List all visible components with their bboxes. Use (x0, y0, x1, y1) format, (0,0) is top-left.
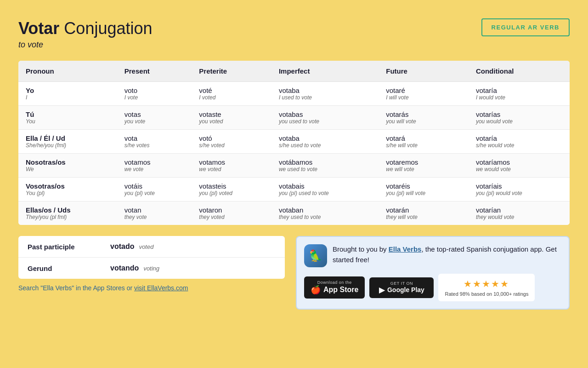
apple-icon: 🍎 (311, 285, 321, 295)
app-store-button[interactable]: Download on the 🍎 App Store (304, 276, 365, 299)
gerund-row: Gerund votando voting (18, 258, 285, 279)
pronoun-cell: Vosotras/osYou (pl) (18, 178, 117, 201)
col-header-future: Future (379, 61, 469, 82)
verb-cell: votabaisyou (pl) used to vote (271, 178, 379, 201)
verb-cell: votaremoswe will vote (379, 154, 469, 178)
col-header-pronoun: Pronoun (18, 61, 117, 82)
app-store-label-small: Download on the (317, 280, 352, 285)
verb-cell: votaríamoswe would vote (469, 154, 570, 178)
col-header-imperfect: Imperfect (271, 61, 379, 82)
rating-box: ★★★★★ Rated 98% based on 10,000+ ratings (438, 274, 535, 301)
star-rating: ★★★★★ (445, 278, 528, 289)
col-header-preterite: Preterite (192, 61, 271, 82)
verb-cell: votaríaI would vote (469, 82, 570, 106)
verb-cell: votabasyou used to vote (271, 106, 379, 130)
verb-cell: votaronthey voted (192, 201, 271, 225)
promo-icon: 🦜 (304, 244, 327, 267)
promo-section: 🦜 Brought to you by Ella Verbs, the top-… (296, 236, 570, 310)
search-text: Search "Ella Verbs" in the App Stores or… (18, 284, 285, 292)
verb-cell: votéI voted (192, 82, 271, 106)
verb-type-badge: REGULAR AR VERB (481, 18, 570, 36)
page-header: Votar Conjugation to vote REGULAR AR VER… (18, 18, 570, 50)
gerund-value: votando voting (101, 258, 285, 279)
pronoun-cell: Ellas/os / UdsThey/you (pl fml) (18, 201, 117, 225)
verb-cell: votabanthey used to vote (271, 201, 379, 225)
ella-verbs-link[interactable]: visit EllaVerbs.com (134, 284, 188, 292)
store-buttons: Download on the 🍎 App Store GET IT ON ▶ … (304, 274, 561, 301)
verb-cell: votaréisyou (pl) will vote (379, 178, 469, 201)
app-store-label-big: 🍎 App Store (311, 285, 358, 295)
bottom-section: Past participle votado voted Gerund vota… (18, 236, 570, 310)
verb-cell: votaríanthey would vote (469, 201, 570, 225)
table-row: Ellas/os / UdsThey/you (pl fml)votanthey… (18, 201, 570, 225)
table-row: YoIvotoI votevotéI votedvotabaI used to … (18, 82, 570, 106)
verb-cell: votábamoswe used to vote (271, 154, 379, 178)
gerund-label: Gerund (18, 258, 101, 279)
verb-cell: votarásyou will vote (379, 106, 469, 130)
rating-text: Rated 98% based on 10,000+ ratings (445, 291, 528, 297)
table-row: Vosotras/osYou (pl)votáisyou (pl) votevo… (18, 178, 570, 201)
verb-cell: votaréI will vote (379, 82, 469, 106)
pronoun-cell: TúYou (18, 106, 117, 130)
verb-cell: votaríasyou would vote (469, 106, 570, 130)
verb-cell: votabas/he used to vote (271, 130, 379, 154)
verb-cell: votamoswe voted (192, 154, 271, 178)
verb-cell: votoI vote (117, 82, 192, 106)
verb-cell: votamoswe vote (117, 154, 192, 178)
pronoun-cell: Ella / Él / UdShe/he/you (fml) (18, 130, 117, 154)
verb-cell: votarás/he will vote (379, 130, 469, 154)
verb-cell: votáisyou (pl) vote (117, 178, 192, 201)
pronoun-cell: Nosotras/osWe (18, 154, 117, 178)
verb-cell: votaránthey will vote (379, 201, 469, 225)
verb-cell: votasyou vote (117, 106, 192, 130)
verb-cell: votas/he votes (117, 130, 192, 154)
ella-verbs-promo-link[interactable]: Ella Verbs (389, 245, 422, 253)
page-subtitle: to vote (18, 40, 153, 50)
past-participle-row: Past participle votado voted (18, 236, 285, 258)
google-play-label-small: GET IT ON (390, 281, 413, 286)
promo-text: Brought to you by Ella Verbs, the top-ra… (333, 244, 561, 265)
verb-cell: votasteisyou (pl) voted (192, 178, 271, 201)
verb-cell: votaríaisyou (pl) would vote (469, 178, 570, 201)
page-title: Votar Conjugation (18, 18, 153, 38)
verb-cell: votabaI used to vote (271, 82, 379, 106)
google-play-button[interactable]: GET IT ON ▶ Google Play (369, 277, 434, 298)
google-play-label-big: ▶ Google Play (379, 286, 424, 294)
conjugation-table: Pronoun Present Preterite Imperfect Futu… (18, 61, 570, 225)
col-header-conditional: Conditional (469, 61, 570, 82)
pronoun-cell: YoI (18, 82, 117, 106)
participle-table: Past participle votado voted Gerund vota… (18, 236, 285, 279)
past-participle-value: votado voted (101, 236, 285, 258)
verb-cell: votós/he voted (192, 130, 271, 154)
table-row: Ella / Él / UdShe/he/you (fml)votas/he v… (18, 130, 570, 154)
table-row: TúYouvotasyou votevotasteyou votedvotaba… (18, 106, 570, 130)
col-header-present: Present (117, 61, 192, 82)
verb-cell: votarías/he would vote (469, 130, 570, 154)
verb-cell: votanthey vote (117, 201, 192, 225)
promo-header: 🦜 Brought to you by Ella Verbs, the top-… (304, 244, 561, 267)
google-play-icon: ▶ (379, 286, 384, 294)
verb-cell: votasteyou voted (192, 106, 271, 130)
participle-section: Past participle votado voted Gerund vota… (18, 236, 285, 292)
past-participle-label: Past participle (18, 236, 101, 258)
title-block: Votar Conjugation to vote (18, 18, 153, 50)
table-row: Nosotras/osWevotamoswe votevotamoswe vot… (18, 154, 570, 178)
